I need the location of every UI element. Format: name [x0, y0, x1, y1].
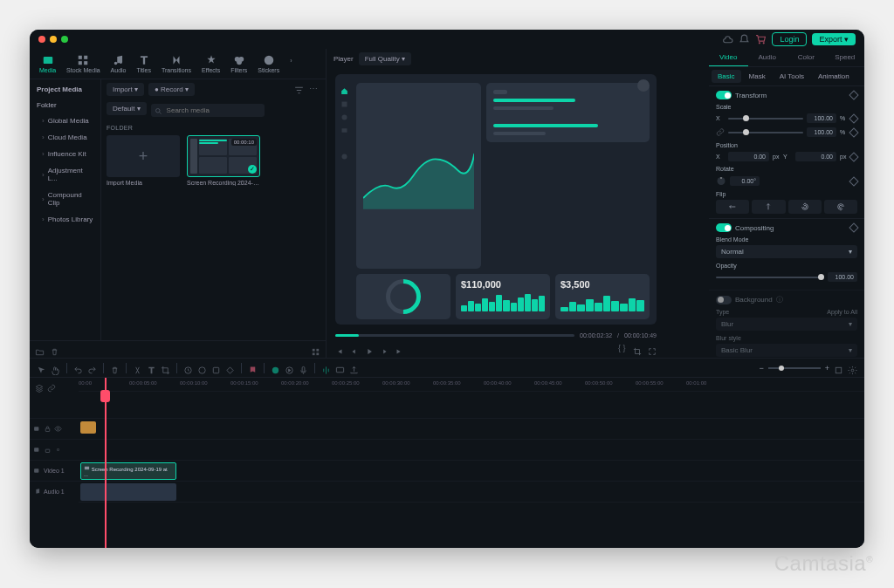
bracket-icon[interactable]: { }	[618, 344, 627, 352]
cloud-icon[interactable]	[722, 34, 733, 45]
keyframe-icon[interactable]	[849, 90, 858, 99]
pointer-icon[interactable]	[37, 363, 46, 373]
subtab-mask[interactable]: Mask	[743, 70, 772, 83]
recording-card[interactable]: 00:00:10 ✓	[187, 135, 260, 186]
track-header-video1[interactable]: Video 1	[30, 460, 79, 481]
link-tl-icon[interactable]	[47, 380, 56, 389]
layers-icon[interactable]	[35, 380, 44, 389]
subtab-ai[interactable]: AI Tools	[774, 70, 810, 83]
grid-view-icon[interactable]	[311, 345, 320, 354]
timeline-ruler[interactable]: 00:0000:00:05:0000:00:10:0000:00:15:0000…	[79, 378, 864, 392]
export-button[interactable]: Export ▾	[812, 33, 856, 45]
marker-icon[interactable]	[248, 363, 258, 373]
mask-icon[interactable]	[211, 363, 221, 373]
tab-color[interactable]: Color	[787, 49, 826, 66]
crop-icon[interactable]	[633, 344, 642, 352]
screen-icon[interactable]	[335, 363, 345, 373]
hand-icon[interactable]	[51, 363, 60, 373]
pos-y-value[interactable]: 0.00	[795, 152, 836, 161]
tab-more[interactable]: ›	[285, 51, 306, 76]
next-icon[interactable]	[395, 344, 403, 352]
rotate-cw-button[interactable]	[824, 200, 857, 214]
scale-x-slider[interactable]	[728, 118, 803, 120]
sidebar-adjustment[interactable]: Adjustment L...	[30, 162, 100, 187]
keyframe-icon[interactable]	[849, 176, 858, 186]
opacity-value[interactable]: 100.00	[828, 272, 857, 282]
sidebar-cloud-media[interactable]: Cloud Media	[30, 129, 100, 146]
color-icon[interactable]	[197, 363, 207, 373]
text-icon[interactable]	[147, 363, 156, 373]
tab-video[interactable]: Video	[709, 49, 748, 66]
tab-titles[interactable]: Titles	[133, 51, 155, 76]
apply-all-button[interactable]: Apply to All	[827, 309, 857, 315]
crop-tl-icon[interactable]	[161, 363, 170, 373]
opacity-slider[interactable]	[716, 277, 824, 278]
adjust-icon[interactable]	[321, 363, 331, 373]
notification-icon[interactable]	[739, 34, 750, 45]
play-tl-icon[interactable]	[285, 363, 294, 373]
tab-speed[interactable]: Speed	[826, 49, 865, 66]
login-button[interactable]: Login	[772, 32, 807, 46]
compositing-toggle[interactable]	[716, 223, 732, 232]
timeline-tracks[interactable]: 00:0000:00:05:0000:00:10:0000:00:15:0000…	[79, 378, 864, 548]
subtab-anim[interactable]: Animation	[812, 70, 856, 83]
export-tl-icon[interactable]	[349, 363, 359, 373]
folder-icon[interactable]	[35, 345, 45, 354]
play-icon[interactable]	[365, 344, 374, 352]
tab-audio[interactable]: Audio	[748, 49, 787, 66]
lock-icon[interactable]	[44, 425, 52, 433]
key-icon[interactable]	[225, 363, 235, 373]
scrub-bar[interactable]: 00:00:02:32 / 00:00:10:49	[327, 330, 665, 341]
redo-icon[interactable]	[87, 363, 97, 373]
track-header-2[interactable]	[30, 439, 79, 460]
import-media-card[interactable]: + Import Media	[107, 135, 180, 186]
scale-x-value[interactable]: 100.00	[807, 113, 836, 123]
track-header-audio1[interactable]: Audio 1	[30, 481, 79, 502]
close-window-icon[interactable]	[38, 36, 45, 43]
background-toggle[interactable]	[716, 296, 732, 304]
step-back-icon[interactable]	[350, 344, 359, 352]
subtab-basic[interactable]: Basic	[712, 70, 741, 83]
rotate-ccw-button[interactable]	[788, 200, 822, 214]
blend-select[interactable]: Normal▾	[716, 245, 857, 258]
tab-audio[interactable]: Audio	[107, 51, 131, 76]
sidebar-photos[interactable]: Photos Library	[30, 211, 100, 228]
speed-icon[interactable]	[183, 363, 193, 373]
lock-icon[interactable]	[44, 446, 52, 454]
tab-media[interactable]: Media	[35, 51, 60, 76]
split-icon[interactable]	[133, 363, 142, 373]
preview-canvas[interactable]: $110,000 $3,500	[335, 74, 657, 325]
trash-icon[interactable]	[50, 345, 59, 354]
blur-style-select[interactable]: Basic Blur▾	[716, 344, 857, 357]
tab-transitions[interactable]: Transitions	[157, 51, 196, 76]
video-clip[interactable]: Screen Recording 2024-09-19 at ...	[80, 462, 176, 480]
cart-icon[interactable]	[755, 34, 767, 45]
flip-v-button[interactable]	[752, 200, 785, 214]
eye-icon[interactable]	[54, 425, 62, 433]
default-sort[interactable]: Default ▾	[107, 102, 147, 115]
fit-icon[interactable]	[834, 363, 843, 373]
scale-y-slider[interactable]	[728, 132, 803, 133]
mic-icon[interactable]	[299, 363, 308, 373]
import-button[interactable]: Import ▾	[107, 83, 144, 96]
scale-y-value[interactable]: 100.00	[807, 127, 836, 137]
keyframe-icon[interactable]	[849, 152, 858, 161]
rotate-value[interactable]: 0.00°	[730, 176, 760, 186]
search-input[interactable]	[151, 104, 265, 117]
keyframe-icon[interactable]	[849, 113, 858, 123]
prev-icon[interactable]	[335, 344, 344, 352]
rotate-knob[interactable]	[716, 175, 726, 187]
sidebar-sub[interactable]: Folder	[30, 98, 100, 113]
flip-h-button[interactable]	[716, 200, 749, 214]
sidebar-compound[interactable]: Compound Clip	[30, 187, 100, 211]
more-icon[interactable]: ⋯	[309, 84, 320, 95]
bg-type-select[interactable]: Blur▾	[716, 318, 857, 331]
keyframe-icon[interactable]	[849, 222, 858, 232]
record-button[interactable]: ● Record ▾	[148, 83, 195, 96]
undo-icon[interactable]	[73, 363, 83, 373]
filter-icon[interactable]	[293, 84, 305, 95]
tab-stock-media[interactable]: Stock Media	[62, 51, 105, 76]
tab-effects[interactable]: Effects	[197, 51, 224, 76]
minimize-window-icon[interactable]	[50, 36, 57, 43]
link-icon[interactable]	[716, 126, 725, 138]
